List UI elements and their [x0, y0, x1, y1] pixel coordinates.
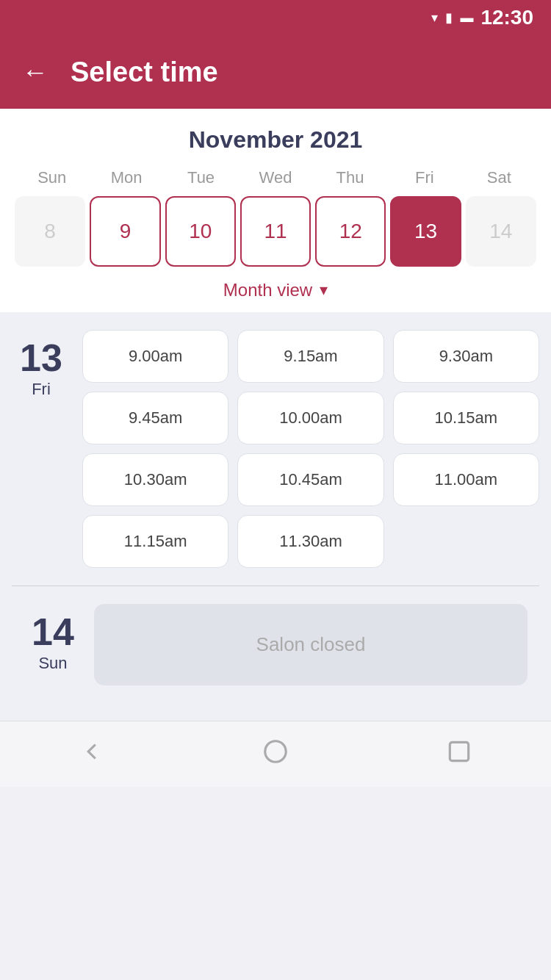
- salon-closed-message: Salon closed: [94, 604, 527, 685]
- time-slot-1000am[interactable]: 10.00am: [237, 392, 383, 444]
- battery-icon: ▬: [460, 10, 473, 26]
- time-slot-1130am[interactable]: 11.30am: [237, 515, 383, 568]
- days-row: 8 9 10 11 12 13 14: [15, 196, 536, 267]
- nav-recent-button[interactable]: [445, 738, 473, 771]
- month-view-label: Month view: [223, 280, 312, 300]
- time-slot-1030am[interactable]: 10.30am: [82, 453, 228, 506]
- weekday-mon: Mon: [89, 168, 163, 187]
- svg-rect-1: [450, 742, 468, 760]
- weekday-thu: Thu: [313, 168, 387, 187]
- nav-bar: [0, 721, 551, 787]
- time-slot-1100am[interactable]: 11.00am: [393, 453, 539, 506]
- wifi-icon: ▾: [431, 10, 438, 26]
- day-12[interactable]: 12: [315, 196, 386, 267]
- weekday-wed: Wed: [238, 168, 312, 187]
- time-slot-1015am[interactable]: 10.15am: [393, 392, 539, 444]
- day-block-14: 14 Sun Salon closed: [12, 604, 539, 703]
- day-label-14: 14 Sun: [24, 604, 82, 673]
- weekday-sun: Sun: [15, 168, 89, 187]
- month-view-toggle[interactable]: Month view ▾: [15, 280, 536, 300]
- day-14: 14: [466, 196, 536, 267]
- day-number-14: 14: [32, 613, 74, 651]
- day-number-13: 13: [20, 339, 62, 377]
- time-grid-13: 9.00am 9.15am 9.30am 9.45am 10.00am 10.1…: [82, 330, 539, 568]
- svg-point-0: [265, 741, 287, 763]
- time-slot-900am[interactable]: 9.00am: [82, 330, 228, 383]
- day-divider: [12, 586, 539, 586]
- day-13[interactable]: 13: [390, 196, 461, 267]
- time-section: 13 Fri 9.00am 9.15am 9.30am 9.45am 10.00…: [0, 312, 551, 721]
- day-block-13: 13 Fri 9.00am 9.15am 9.30am 9.45am 10.00…: [12, 330, 539, 568]
- time-slot-930am[interactable]: 9.30am: [393, 330, 539, 383]
- day-10[interactable]: 10: [165, 196, 236, 267]
- time-slot-945am[interactable]: 9.45am: [82, 392, 228, 444]
- header: ← Select time: [0, 35, 551, 109]
- calendar-section: November 2021 Sun Mon Tue Wed Thu Fri Sa…: [0, 109, 551, 312]
- weekdays-row: Sun Mon Tue Wed Thu Fri Sat: [15, 168, 536, 187]
- weekday-sat: Sat: [462, 168, 536, 187]
- month-year-label: November 2021: [15, 126, 536, 154]
- time-slot-915am[interactable]: 9.15am: [237, 330, 383, 383]
- day-name-14: Sun: [38, 654, 67, 673]
- status-time: 12:30: [480, 6, 533, 29]
- weekday-tue: Tue: [164, 168, 238, 187]
- day-8: 8: [15, 196, 85, 267]
- day-9[interactable]: 9: [90, 196, 160, 267]
- day-name-13: Fri: [32, 380, 51, 399]
- chevron-down-icon: ▾: [320, 281, 328, 300]
- time-slot-1115am[interactable]: 11.15am: [82, 515, 228, 568]
- day-label-13: 13 Fri: [12, 330, 71, 568]
- page-title: Select time: [71, 57, 218, 88]
- nav-back-button[interactable]: [78, 738, 106, 771]
- status-bar: ▾ ▮ ▬ 12:30: [0, 0, 551, 35]
- day-11[interactable]: 11: [240, 196, 311, 267]
- nav-home-button[interactable]: [262, 738, 289, 771]
- time-slot-1045am[interactable]: 10.45am: [237, 453, 383, 506]
- weekday-fri: Fri: [387, 168, 461, 187]
- signal-icon: ▮: [445, 10, 453, 26]
- back-button[interactable]: ←: [22, 59, 48, 85]
